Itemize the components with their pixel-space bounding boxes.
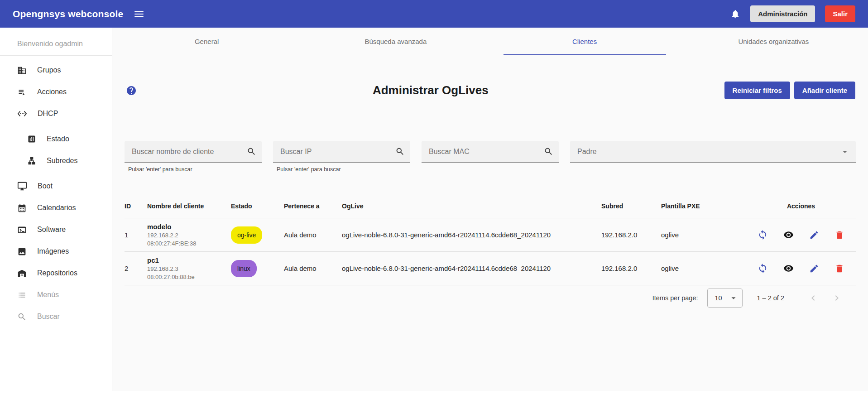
sync-icon [758,263,768,274]
cell-belongs: Aula demo [284,231,342,239]
table-header-row: ID Nombre del cliente Estado Pertenece a… [125,194,856,218]
pencil-icon [809,264,819,274]
delete-button[interactable] [834,264,844,274]
calendar-icon [17,203,27,213]
cell-id: 2 [125,265,147,272]
sidebar-item-repositorios[interactable]: Repositorios [0,262,112,284]
hamburger-icon [133,8,145,20]
edit-button[interactable] [809,264,819,274]
sidebar-item-acciones[interactable]: Acciones [0,81,112,103]
page-title: Administrar OgLives [137,83,724,97]
previous-page-button[interactable] [808,293,819,303]
filter-mac [422,141,559,173]
logout-button[interactable]: Salir [825,5,855,22]
client-name-search-input[interactable] [132,148,247,156]
view-button[interactable] [783,230,794,240]
cell-oglive: ogLive-noble-6.8.0-31-generic-amd64-r202… [342,265,601,272]
next-page-button[interactable] [831,293,842,303]
sync-button[interactable] [758,263,768,274]
delete-button[interactable] [834,230,844,240]
search-icon [17,312,27,322]
help-button[interactable] [126,85,137,96]
search-icon [247,147,256,156]
active-tab-indicator [504,54,666,55]
sidebar-item-subredes[interactable]: Subredes [0,150,112,172]
edit-button[interactable] [809,230,819,240]
page-range-label: 1 – 2 of 2 [757,294,784,302]
filter-parent: Padre [570,141,856,173]
sidebar-item-boot[interactable]: Boot [0,175,112,197]
client-ip: 192.168.2.3 [147,265,231,272]
sidebar-item-imagenes[interactable]: Imágenes [0,240,112,262]
cell-client: pc1 192.168.2.3 08:00:27:0b:88:be [147,256,231,280]
client-ip: 192.168.2.2 [147,232,231,239]
sidebar-item-label: Grupos [37,66,61,74]
cell-status: og-live [231,226,284,244]
eye-icon [783,263,794,274]
administration-button[interactable]: Administración [750,5,815,22]
trash-icon [834,264,844,274]
sidebar-item-label: Repositorios [37,269,77,277]
cell-subnet: 192.168.2.0 [601,265,661,272]
sidebar-item-estado[interactable]: Estado [0,128,112,150]
sidebar-item-label: Buscar [37,313,60,321]
cell-status: linux [231,260,284,277]
sidebar-item-calendarios[interactable]: Calendarios [0,197,112,219]
filter-client-name: Pulsar 'enter' para buscar [125,141,262,173]
filter-ip: Pulsar 'enter' para buscar [273,141,410,173]
chevron-down-icon [729,293,739,303]
ip-search-input[interactable] [280,148,395,156]
bell-icon [730,9,740,19]
sidebar-item-grupos[interactable]: Grupos [0,59,112,81]
tab-busqueda-avanzada[interactable]: Búsqueda avanzada [301,28,490,55]
ethernet-icon [17,109,27,119]
app-title: Opengnsys webconsole [13,9,123,19]
reset-filters-button[interactable]: Reiniciar filtros [724,82,790,99]
cell-oglive: ogLive-noble-6.8.0-31-generic-amd64-r202… [342,231,601,239]
cell-pxe: oglive [661,265,746,272]
sidebar-item-buscar[interactable]: Buscar [0,306,112,327]
cell-client: modelo 192.168.2.2 08:00:27:4F:BE:38 [147,223,231,247]
pencil-icon [809,230,819,240]
client-name: modelo [147,223,231,231]
search-icon [395,147,405,156]
col-header-oglive: OgLive [342,202,601,210]
menu-toggle-button[interactable] [133,8,145,20]
tab-general[interactable]: General [112,28,301,55]
mac-search-input[interactable] [429,148,544,156]
terminal-icon [17,225,27,235]
notifications-button[interactable] [730,9,740,19]
col-header-subnet: Subred [601,202,661,210]
sidebar-item-label: Subredes [47,157,78,165]
image-icon [17,247,27,256]
cell-belongs: Aula demo [284,265,342,272]
search-icon [544,147,553,156]
col-header-actions: Acciones [746,202,856,210]
col-header-belongs: Pertenece a [284,202,342,210]
tab-clientes[interactable]: Clientes [490,28,679,55]
status-badge: linux [231,260,257,277]
sync-button[interactable] [758,230,768,240]
items-per-page-value: 10 [715,294,722,302]
network-icon [27,156,36,165]
sidebar-item-software[interactable]: Software [0,219,112,240]
sidebar-nav: Grupos Acciones DHCP Estado Subredes Boo… [0,56,112,327]
sidebar-item-label: Imágenes [37,247,69,255]
col-header-name: Nombre del cliente [147,202,231,210]
view-button[interactable] [783,263,794,274]
sidebar-item-menus[interactable]: Menús [0,284,112,306]
chevron-right-icon [831,293,842,303]
cell-pxe: oglive [661,231,746,239]
buildings-icon [17,66,27,75]
chart-icon [27,135,36,144]
search-hint: Pulsar 'enter' para buscar [128,166,262,173]
tab-unidades-organizativas[interactable]: Unidades organizativas [679,28,868,55]
client-mac: 08:00:27:0b:88:be [147,274,231,280]
items-per-page-select[interactable]: 10 [707,289,743,308]
search-hint: Pulsar 'enter' para buscar [277,166,410,173]
parent-select[interactable]: Padre [570,141,856,163]
add-client-button[interactable]: Añadir cliente [794,82,855,99]
sidebar-item-label: Calendarios [37,204,76,212]
topbar: Opengnsys webconsole Administración Sali… [0,0,868,28]
sidebar-item-dhcp[interactable]: DHCP [0,103,112,125]
